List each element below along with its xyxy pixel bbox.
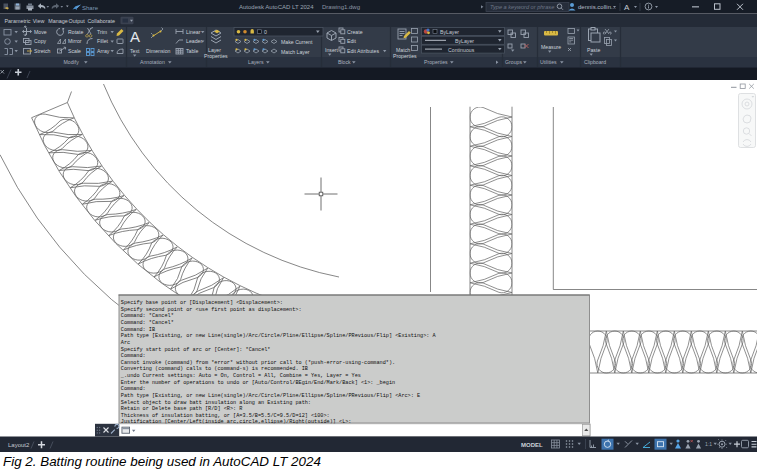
svg-text:Insert: Insert [325, 47, 339, 53]
svg-text:Scale: Scale [68, 48, 81, 54]
svg-text:Copy: Copy [34, 38, 47, 44]
svg-text:Command:: Command: [121, 386, 146, 392]
svg-text:Path type [Existing, or new Li: Path type [Existing, or new Line(single)… [121, 333, 437, 339]
svg-text:Layout2: Layout2 [8, 442, 30, 448]
svg-text:Dimension: Dimension [146, 48, 171, 54]
svg-text:Cannot invoke (command) from *: Cannot invoke (command) from *error* wit… [121, 360, 395, 366]
svg-text:Continuous: Continuous [448, 47, 475, 53]
svg-text:Autodesk AutoCAD LT 2024: Autodesk AutoCAD LT 2024 [239, 4, 314, 10]
svg-text:Make Current: Make Current [281, 39, 313, 45]
svg-text:Output: Output [69, 18, 86, 24]
svg-text:Drawing1.dwg: Drawing1.dwg [322, 4, 360, 10]
svg-text:Array: Array [97, 48, 110, 54]
svg-text:Modify: Modify [64, 59, 80, 65]
svg-text:Edit Attributes: Edit Attributes [347, 48, 379, 54]
svg-text:Command:: Command: [121, 353, 146, 359]
svg-text:_.undo Current settings: Auto: _.undo Current settings: Auto = On, Cont… [120, 373, 361, 379]
svg-text:Layers: Layers [248, 59, 264, 65]
svg-text:1:1: 1:1 [705, 441, 712, 447]
svg-text:Command: IB: Command: IB [121, 327, 155, 333]
svg-text:Enter the number of operations: Enter the number of operations to undo o… [121, 380, 395, 386]
svg-text:A: A [624, 3, 630, 12]
svg-text:Parametric: Parametric [5, 18, 31, 24]
svg-text:Properties: Properties [424, 59, 448, 65]
svg-text:Leader: Leader [186, 38, 202, 44]
svg-text:Share: Share [82, 5, 99, 11]
svg-text:Type a keyword or phrase: Type a keyword or phrase [490, 4, 554, 10]
svg-text:Match Layer: Match Layer [281, 49, 310, 55]
svg-text:Stretch: Stretch [34, 48, 51, 54]
svg-text:Block: Block [338, 59, 351, 65]
svg-text:Mirror: Mirror [68, 38, 82, 44]
svg-text:Clipboard: Clipboard [584, 59, 606, 65]
svg-text:ByLayer: ByLayer [455, 38, 474, 44]
svg-text:Specify second point or <use f: Specify second point or <use first point… [121, 307, 302, 313]
svg-text:A: A [130, 28, 140, 45]
svg-text:Edit: Edit [347, 38, 356, 44]
svg-text:Text: Text [130, 48, 140, 54]
svg-text:Specify base point or [Displac: Specify base point or [Displacement] <Di… [121, 300, 283, 306]
svg-text:Measure: Measure [541, 44, 561, 50]
svg-text:Paste: Paste [587, 47, 600, 53]
svg-text:Command: *Cancel*: Command: *Cancel* [121, 320, 174, 326]
svg-text:Annotation: Annotation [140, 59, 165, 65]
svg-text:Trim: Trim [97, 29, 107, 35]
svg-text:Move: Move [34, 29, 47, 35]
svg-text:Linear: Linear [186, 29, 201, 35]
svg-text:ByLayer: ByLayer [440, 29, 459, 35]
svg-text:View: View [33, 18, 45, 24]
svg-text:Create: Create [347, 29, 363, 35]
svg-text:Manage: Manage [48, 18, 67, 24]
svg-text:Properties: Properties [393, 53, 417, 59]
svg-text:Groups: Groups [505, 59, 522, 65]
svg-text:Converting (command) calls to: Converting (command) calls to (command-s… [121, 366, 308, 372]
svg-text:Specify start point of arc or: Specify start point of arc or [Center]: … [121, 347, 271, 353]
svg-text:Properties: Properties [204, 53, 228, 59]
svg-text:Command: *Cancel*: Command: *Cancel* [121, 313, 174, 319]
svg-text:0: 0 [264, 29, 267, 35]
svg-text:Table: Table [186, 48, 199, 54]
svg-text:Rotate: Rotate [68, 29, 83, 35]
svg-text:Retain or Delete base path [R/: Retain or Delete base path [R/D] <R>: R [121, 406, 243, 412]
svg-text:Arc: Arc [121, 340, 130, 346]
svg-text:Thickness of insulation battin: Thickness of insulation batting, or [A=3… [121, 413, 330, 419]
svg-text:Utilities: Utilities [540, 59, 557, 65]
svg-text:Fillet: Fillet [97, 38, 109, 44]
svg-text:dennis.collin...: dennis.collin... [578, 4, 616, 10]
svg-text:MODEL: MODEL [521, 442, 543, 448]
svg-text:Path type [Existing, or new Li: Path type [Existing, or new Line(single)… [121, 393, 420, 399]
svg-text:Select object to draw batt ins: Select object to draw batt insulation al… [121, 400, 311, 406]
svg-text:Collaborate: Collaborate [87, 18, 115, 24]
